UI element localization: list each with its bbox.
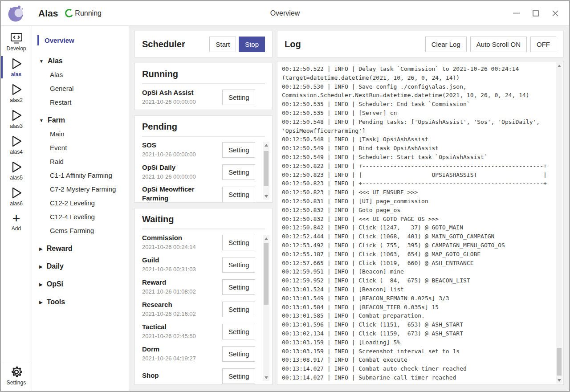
log-header-card: Log Clear Log Auto Scroll ON OFF [277,31,564,57]
log-line: 00:12:53.492 | INFO | Click ( 755, 395) … [282,241,553,250]
minimize-icon [513,12,520,14]
waiting-card: Waiting Commission2021-10-26 00:24:14Set… [134,208,273,385]
nav-instance-label: alas3 [10,123,23,129]
scrollbar-thumb[interactable] [264,243,269,305]
sidebar-group-label: Reward [47,245,73,253]
sidebar-item-c7-2-mystery-farming[interactable]: C7-2 Mystery Farming [32,182,129,196]
task-name: Dorm [142,345,222,354]
setting-button-shop[interactable]: Setting [222,368,255,384]
nav-develop[interactable]: Develop [1,29,32,54]
content-area: Develop alasalas2alas3alas4alas5alas6 + … [1,26,569,391]
nav-instance-alas5[interactable]: alas5 [1,158,32,184]
task-row-reward: Reward2021-10-26 01:08:02Setting [142,277,255,297]
sidebar-item-c12-2-leveling[interactable]: C12-2 Leveling [32,196,129,210]
task-info: OpSi Meowfficer Farming [142,185,222,203]
auto-scroll-off-button[interactable]: OFF [530,37,556,52]
close-button[interactable] [548,6,563,21]
log-line: 00:12:50.822 | INFO | +-----------------… [282,162,553,171]
pending-scrollbar[interactable] [263,142,269,200]
nav-instance-alas6[interactable]: alas6 [1,184,32,209]
scrollbar-thumb[interactable] [264,151,269,186]
setting-button-dorm[interactable]: Setting [222,346,255,362]
log-output[interactable]: 00:12:50.522 | INFO | Delay task `Commis… [277,61,564,385]
sidebar-group-daily[interactable]: ▶Daily [32,258,129,273]
task-info: Shop [142,371,222,381]
scroll-down-arrow-icon[interactable] [263,193,269,200]
sidebar-group-alas[interactable]: ▼Alas [32,53,129,68]
task-name: Research [142,300,222,309]
setting-button-opsi-meowfficer-farming[interactable]: Setting [222,187,255,202]
log-line: 00:13:14.027 | INFO | Submarine call tim… [282,373,553,382]
task-row-dorm: Dorm2021-10-26 04:19:27Setting [142,344,255,363]
sidebar-item-c1-1-affinity-farming[interactable]: C1-1 Affinity Farming [32,168,129,182]
log-line: 00:12:50.549 | INFO | Bind task OpsiAshA… [282,144,553,153]
sidebar-group-farm[interactable]: ▼Farm [32,112,129,127]
setting-button-research[interactable]: Setting [222,302,255,317]
setting-button-tactical[interactable]: Setting [222,324,255,339]
scroll-up-arrow-icon[interactable] [263,142,269,148]
task-row-tactical: Tactical2021-10-26 02:45:50Setting [142,322,255,341]
log-scrollbar[interactable] [556,62,562,384]
sidebar-group-opsi[interactable]: ▶OpSi [32,276,129,291]
setting-button-sos[interactable]: Setting [222,142,255,158]
triangle-right-icon: ▶ [39,300,43,305]
nav-settings-button[interactable]: Settings [1,361,32,391]
log-line: (target=datetime.datetime(2021, 10, 26, … [282,74,553,82]
sidebar-item-raid[interactable]: Raid [32,155,129,168]
start-button[interactable]: Start [209,37,236,52]
clear-log-button[interactable]: Clear Log [425,37,467,52]
log-line: 00:12:50.535 | INFO | Scheduler: End tas… [282,100,553,109]
sidebar-item-general[interactable]: General [32,82,129,95]
sidebar-item-gems-farming[interactable]: Gems Farming [32,224,129,237]
sidebar-item-overview[interactable]: Overview [32,34,129,46]
setting-button-guild[interactable]: Setting [222,257,255,273]
window-controls [509,6,563,21]
scroll-up-arrow-icon[interactable] [263,235,269,242]
sidebar-item-restart[interactable]: Restart [32,95,129,109]
play-icon [10,57,23,70]
instance-nav-rail: Develop alasalas2alas3alas4alas5alas6 + … [1,26,32,391]
sidebar-item-main[interactable]: Main [32,127,129,141]
setting-button-reward[interactable]: Setting [222,279,255,295]
scroll-down-arrow-icon[interactable] [556,377,562,384]
setting-button-commission[interactable]: Setting [222,235,255,250]
play-icon [10,109,23,122]
sidebar-group-tools[interactable]: ▶Tools [32,294,129,309]
sidebar-item-c12-4-leveling[interactable]: C12-4 Leveling [32,210,129,224]
nav-add-button[interactable]: + Add [1,209,32,234]
scroll-down-arrow-icon[interactable] [263,374,269,381]
close-icon [552,10,558,16]
log-line: 00:13:03.159 | INFO | [Loading] 5% [282,338,553,347]
maximize-button[interactable] [528,6,543,21]
main-area: Scheduler Start Stop Running OpSi Ash As… [129,26,569,391]
log-line: 00:12:50.823 | INFO | | OPSIASHASSIST | [282,171,553,180]
titlebar: Alas Running Overview [1,1,569,26]
sidebar-menu: ▼AlasAlasGeneralRestart▼FarmMainEventRai… [32,53,129,309]
setting-button-opsi-ash-assist[interactable]: Setting [222,90,255,105]
log-line: 00:13:01.596 | INFO | Click (1151, 653) … [282,320,553,329]
task-next-run-time: 2021-10-26 02:16:02 [142,310,222,318]
sidebar-group-label: Daily [47,262,64,270]
task-row-shop: ShopSetting [142,366,255,385]
nav-instance-alas3[interactable]: alas3 [1,106,32,132]
task-next-run-time: 2021-10-26 00:00:00 [142,173,222,181]
nav-instances: alasalas2alas3alas4alas5alas6 [1,54,32,209]
nav-instance-alas4[interactable]: alas4 [1,132,32,158]
sidebar-group-reward[interactable]: ▶Reward [32,240,129,255]
auto-scroll-on-button[interactable]: Auto Scroll ON [470,37,527,52]
waiting-scrollbar[interactable] [263,235,269,381]
sidebar-item-event[interactable]: Event [32,141,129,155]
log-line: 00:13:01.524 | INFO | [Beacon] list [282,285,553,294]
nav-instance-alas[interactable]: alas [1,54,32,80]
scroll-up-arrow-icon[interactable] [556,62,562,69]
log-line: 00:12:50.832 | INFO | Goto page_os [282,206,553,215]
task-next-run-time: 2021-10-26 02:45:50 [142,332,222,340]
play-icon [10,135,23,147]
stop-button[interactable]: Stop [239,37,265,52]
develop-icon [10,33,23,44]
setting-button-opsi-daily[interactable]: Setting [222,164,255,180]
nav-instance-alas2[interactable]: alas2 [1,80,32,106]
scrollbar-thumb[interactable] [557,348,562,376]
minimize-button[interactable] [509,6,524,21]
sidebar-item-alas[interactable]: Alas [32,68,129,82]
